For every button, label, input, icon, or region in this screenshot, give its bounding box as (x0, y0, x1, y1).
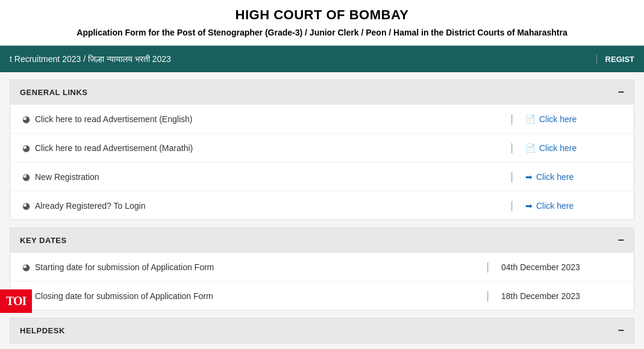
login-icon-2: ➡ (525, 201, 533, 211)
list-item: ◕ New Registration | ➡ Click here (10, 162, 634, 191)
general-links-section: GENERAL LINKS − ◕ Click here to read Adv… (10, 79, 634, 220)
key-dates-title: KEY DATES (20, 236, 67, 245)
key-dates-header: KEY DATES − (10, 228, 634, 253)
circle-dot-icon: ◕ (22, 114, 30, 125)
row-left-4: ◕ Already Registered? To Login (22, 200, 498, 211)
list-item: ◕ Click here to read Advertisement (Mara… (10, 134, 634, 162)
key-dates-collapse-icon[interactable]: − (617, 234, 624, 247)
pdf-icon-1: 📄 (525, 114, 536, 124)
login-icon-1: ➡ (525, 172, 533, 182)
list-item: ◕ Already Registered? To Login | ➡ Click… (10, 191, 634, 220)
circle-dot-icon-4: ◕ (22, 200, 30, 211)
row-label-3: New Registration (35, 172, 99, 182)
row-right-3: ➡ Click here (525, 172, 622, 182)
circle-dot-icon-2: ◕ (22, 143, 30, 153)
row-right-1: 📄 Click here (525, 114, 622, 124)
navbar-register-button[interactable]: REGIST (596, 55, 634, 64)
date-right-2: 18th December 2023 (501, 291, 622, 301)
key-dates-section: KEY DATES − ◕ Starting date for submissi… (10, 227, 634, 310)
general-link-1[interactable]: Click here (539, 114, 577, 124)
circle-dot-icon-5: ◕ (22, 262, 30, 273)
row-left-1: ◕ Click here to read Advertisement (Engl… (22, 114, 498, 125)
date-divider-2: | (486, 289, 489, 302)
page-header: HIGH COURT OF BOMBAY Application Form fo… (0, 0, 644, 46)
row-left-3: ◕ New Registration (22, 171, 498, 182)
helpdesk-header: HELPDESK − (10, 318, 634, 343)
list-item: ◕ Closing date for submission of Applica… (10, 282, 634, 310)
date-value-1: 04th December 2023 (501, 262, 622, 272)
general-links-title: GENERAL LINKS (20, 88, 87, 97)
date-row-left-2: ◕ Closing date for submission of Applica… (22, 291, 474, 301)
page-subtitle: Application Form for the Post of Stenogr… (12, 26, 632, 39)
toi-badge[interactable]: TOI (0, 289, 32, 313)
row-divider-1: | (510, 113, 513, 125)
row-right-4: ➡ Click here (525, 201, 622, 211)
row-label-2: Click here to read Advertisement (Marath… (35, 143, 193, 153)
date-right-1: 04th December 2023 (501, 262, 622, 272)
key-dates-body: ◕ Starting date for submission of Applic… (10, 253, 634, 310)
general-link-4[interactable]: Click here (536, 201, 574, 211)
general-link-3[interactable]: Click here (536, 172, 574, 182)
row-right-2: 📄 Click here (525, 143, 622, 153)
main-content: GENERAL LINKS − ◕ Click here to read Adv… (0, 72, 644, 349)
navbar-text: t Recruitment 2023 / जिल्हा न्यायालय भरत… (10, 54, 171, 64)
general-links-header: GENERAL LINKS − (10, 80, 634, 105)
row-left-2: ◕ Click here to read Advertisement (Mara… (22, 143, 498, 153)
row-divider-2: | (510, 141, 513, 154)
circle-dot-icon-3: ◕ (22, 171, 30, 182)
row-label-1: Click here to read Advertisement (Englis… (35, 114, 192, 124)
row-label-4: Already Registered? To Login (35, 201, 145, 211)
page-title: HIGH COURT OF BOMBAY (12, 7, 632, 23)
date-label-2: Closing date for submission of Applicati… (35, 291, 213, 301)
general-links-collapse-icon[interactable]: − (617, 86, 624, 99)
general-links-body: ◕ Click here to read Advertisement (Engl… (10, 105, 634, 220)
list-item: ◕ Click here to read Advertisement (Engl… (10, 105, 634, 134)
helpdesk-title: HELPDESK (20, 326, 65, 335)
helpdesk-collapse-icon[interactable]: − (617, 324, 624, 337)
helpdesk-section: HELPDESK − (10, 318, 634, 344)
navbar: t Recruitment 2023 / जिल्हा न्यायालय भरत… (0, 46, 644, 72)
general-link-2[interactable]: Click here (539, 143, 577, 153)
row-divider-3: | (510, 170, 513, 183)
pdf-icon-2: 📄 (525, 143, 536, 153)
row-divider-4: | (510, 199, 513, 212)
date-value-2: 18th December 2023 (501, 291, 622, 301)
list-item: ◕ Starting date for submission of Applic… (10, 253, 634, 282)
date-row-left-1: ◕ Starting date for submission of Applic… (22, 262, 474, 273)
date-divider-1: | (486, 261, 489, 273)
date-label-1: Starting date for submission of Applicat… (35, 262, 214, 272)
